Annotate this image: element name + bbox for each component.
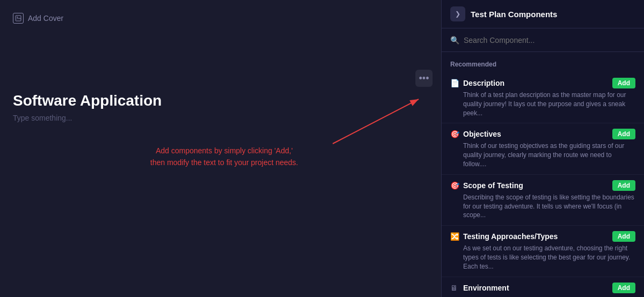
- scope-desc: Describing the scope of testing is like …: [450, 193, 635, 220]
- testing-approaches-add-button[interactable]: Add: [612, 231, 635, 242]
- more-button[interactable]: •••: [415, 70, 433, 87]
- tooltip-line1: Add components by simply clicking 'Add,': [150, 145, 298, 157]
- objectives-icon: 🎯: [450, 130, 459, 138]
- objectives-name: Objectives: [463, 130, 501, 138]
- doc-placeholder[interactable]: Type something...: [13, 114, 428, 122]
- panel-title: Test Plan Components: [471, 10, 557, 19]
- testing-approaches-name: Testing Approaches/Types: [463, 232, 558, 241]
- panel-header: ❯ Test Plan Components: [442, 0, 644, 28]
- search-bar: 🔍: [442, 28, 644, 52]
- component-item-environment[interactable]: 🖥 Environment Add Setting up our test en…: [442, 277, 644, 297]
- search-icon: 🔍: [450, 36, 459, 44]
- search-input[interactable]: [464, 36, 635, 44]
- environment-name: Environment: [463, 284, 509, 292]
- component-item-testing-approaches[interactable]: 🔀 Testing Approaches/Types Add As we set…: [442, 226, 644, 277]
- testing-approaches-desc: As we set out on our testing adventure, …: [450, 244, 635, 271]
- more-icon: •••: [419, 73, 429, 84]
- environment-icon: 🖥: [450, 284, 459, 292]
- environment-add-button[interactable]: Add: [612, 283, 635, 293]
- chevron-icon: ❯: [455, 10, 460, 18]
- environment-desc: Setting up our test environment is like …: [450, 295, 635, 297]
- tooltip-text: Add components by simply clicking 'Add,'…: [150, 145, 298, 169]
- tooltip-line2: then modify the text to fit your project…: [150, 157, 298, 168]
- right-panel: ❯ Test Plan Components 🔍 Recommended 📄 D…: [441, 0, 644, 297]
- svg-point-1: [17, 17, 18, 18]
- add-cover-button[interactable]: Add Cover: [13, 9, 63, 28]
- add-cover-label: Add Cover: [28, 14, 63, 23]
- scope-add-button[interactable]: Add: [612, 180, 635, 191]
- testing-approaches-icon: 🔀: [450, 232, 459, 241]
- panel-chevron-button[interactable]: ❯: [450, 6, 465, 21]
- objectives-add-button[interactable]: Add: [612, 129, 635, 139]
- doc-title: Software Application: [13, 92, 428, 109]
- scope-name: Scope of Testing: [463, 181, 523, 190]
- description-name: Description: [463, 79, 504, 87]
- component-item-objectives[interactable]: 🎯 Objectives Add Think of our testing ob…: [442, 123, 644, 174]
- left-panel: Add Cover ••• Software Application Type …: [0, 0, 441, 297]
- recommended-label: Recommended: [442, 56, 644, 72]
- description-icon: 📄: [450, 79, 459, 87]
- component-item-scope[interactable]: 🎯 Scope of Testing Add Describing the sc…: [442, 175, 644, 226]
- components-list: Recommended 📄 Description Add Think of a…: [442, 52, 644, 297]
- scope-icon: 🎯: [450, 181, 459, 190]
- description-desc: Think of a test plan description as the …: [450, 91, 635, 117]
- component-item-description[interactable]: 📄 Description Add Think of a test plan d…: [442, 72, 644, 123]
- add-cover-icon: [13, 13, 24, 24]
- description-add-button[interactable]: Add: [612, 78, 635, 88]
- objectives-desc: Think of our testing objectives as the g…: [450, 142, 635, 168]
